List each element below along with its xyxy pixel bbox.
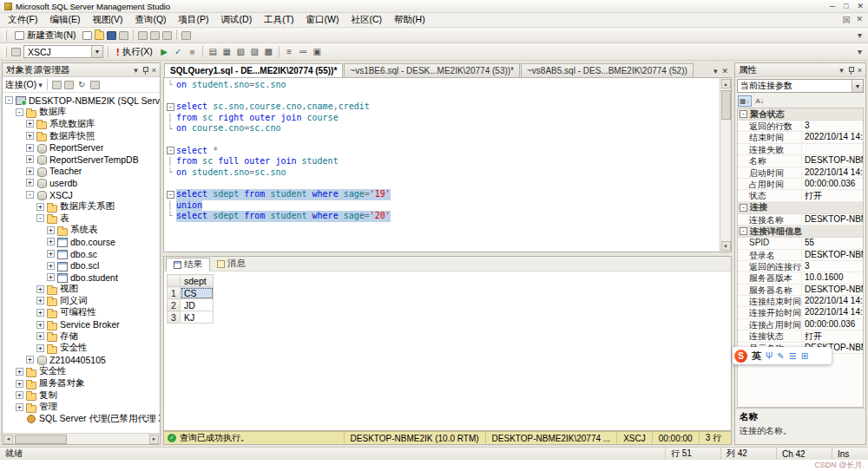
outline-margin-glyph[interactable]: │: [164, 156, 176, 167]
expand-icon[interactable]: +: [47, 238, 55, 245]
tree-item[interactable]: +存储: [3, 330, 160, 343]
maximize-icon[interactable]: □: [844, 2, 848, 10]
code-text[interactable]: from sc full outer join student: [176, 156, 339, 167]
object-explorer-header[interactable]: 对象资源管理器 ▾ ×: [3, 63, 160, 77]
expand-icon[interactable]: +: [26, 179, 34, 186]
row-header[interactable]: 1: [168, 287, 181, 299]
editor-scrollbar[interactable]: ▲ ▼: [720, 78, 731, 252]
property-row[interactable]: 连接名称DESKTOP-NBME2I: [738, 214, 863, 226]
menu-item[interactable]: 视图(V): [86, 13, 128, 27]
expand-icon[interactable]: +: [47, 226, 55, 234]
expand-icon[interactable]: +: [47, 273, 55, 281]
table-row[interactable]: 3KJ: [168, 311, 214, 324]
scrollbar-thumb[interactable]: [15, 435, 67, 444]
sql-editor[interactable]: └on student.sno=sc.sno-select sc.sno,cou…: [163, 77, 732, 252]
ime-toolbar[interactable]: S 英 Ψ ✎ ☰ ⊞: [733, 347, 832, 364]
menu-item[interactable]: 项目(P): [173, 13, 215, 27]
row-header[interactable]: 2: [168, 299, 181, 311]
toolbar-grip[interactable]: [4, 47, 7, 57]
toolbar-grip[interactable]: [4, 30, 7, 41]
alphabetical-button[interactable]: A↓: [753, 95, 766, 107]
code-text[interactable]: on student.sno=sc.sno: [176, 80, 286, 91]
tree-item[interactable]: +可编程性: [3, 307, 160, 319]
chevron-down-icon[interactable]: ▾: [839, 66, 844, 75]
tab-results[interactable]: 结果: [166, 258, 210, 271]
menu-item[interactable]: 文件(F): [2, 13, 43, 27]
results-to-file-icon[interactable]: ▧: [235, 47, 247, 56]
scroll-down-icon[interactable]: ▼: [721, 241, 731, 251]
collapse-icon[interactable]: -: [740, 227, 747, 235]
chevron-down-icon[interactable]: ▼: [852, 80, 863, 92]
connection-params-dropdown[interactable]: 当前连接参数 ▼: [737, 79, 864, 93]
tree-item[interactable]: +同义词: [3, 295, 160, 307]
save-icon[interactable]: [107, 31, 116, 40]
expand-icon[interactable]: +: [36, 332, 44, 340]
expand-icon[interactable]: +: [47, 250, 55, 258]
menu-item[interactable]: 编辑(E): [43, 13, 86, 27]
code-text[interactable]: on course.cno=sc.cno: [176, 123, 280, 134]
collapse-icon[interactable]: -: [36, 214, 44, 222]
close-icon[interactable]: ×: [858, 66, 862, 75]
tree-item[interactable]: +数据库关系图: [3, 200, 160, 213]
outline-margin-glyph[interactable]: └: [164, 124, 176, 134]
expand-icon[interactable]: +: [26, 120, 34, 128]
tree-item[interactable]: +ReportServerTempDB: [3, 154, 160, 166]
comment-icon[interactable]: ▨: [249, 47, 260, 56]
chevron-down-icon[interactable]: ▼: [91, 46, 102, 57]
grid-cell[interactable]: JD: [181, 299, 214, 311]
property-row[interactable]: 返回的连接行数3: [738, 261, 863, 272]
scroll-up-icon[interactable]: ▲: [721, 79, 731, 88]
expand-icon[interactable]: +: [26, 167, 34, 175]
tree-item[interactable]: +Z2104405105: [3, 354, 160, 366]
tree-item[interactable]: -数据库: [3, 107, 160, 119]
results-to-grid-icon[interactable]: ▦: [221, 47, 233, 56]
tree-item[interactable]: +dbo.scl: [3, 259, 160, 271]
scroll-left-icon[interactable]: ◂: [3, 435, 13, 444]
print-icon[interactable]: [150, 31, 160, 40]
property-category[interactable]: -连接详细信息: [738, 226, 863, 238]
chevron-down-icon[interactable]: ▾: [134, 66, 138, 75]
tree-item[interactable]: +Teacher: [3, 166, 160, 178]
outline-margin-glyph[interactable]: └: [164, 211, 176, 221]
tree-item[interactable]: +系统表: [3, 225, 160, 237]
keyboard-icon[interactable]: ☰: [789, 351, 797, 361]
property-row[interactable]: 服务器版本10.0.1600: [738, 272, 863, 284]
tree-item[interactable]: SQL Server 代理(已禁用代理 XP): [3, 413, 160, 425]
outline-margin-glyph[interactable]: -: [167, 147, 174, 154]
close-icon[interactable]: ×: [152, 66, 156, 75]
menu-item[interactable]: 社区(C): [345, 13, 389, 27]
close-child-icon[interactable]: ✕: [856, 15, 863, 26]
expand-icon[interactable]: +: [26, 356, 34, 363]
code-text[interactable]: union: [176, 200, 202, 212]
expand-icon[interactable]: +: [16, 380, 23, 388]
expand-icon[interactable]: +: [16, 391, 23, 399]
property-row[interactable]: 结束时间2022/10/14 14:55:3: [738, 132, 863, 143]
code-text[interactable]: select sdept from student where sage='20…: [176, 211, 391, 222]
expand-icon[interactable]: +: [36, 297, 44, 304]
menu-item[interactable]: 调试(D): [215, 13, 259, 27]
property-row[interactable]: 启动时间2022/10/14 14:55:3: [738, 167, 863, 179]
grid-cell[interactable]: CS: [181, 287, 214, 299]
collapse-icon[interactable]: -: [5, 96, 13, 104]
outline-margin-glyph[interactable]: └: [164, 80, 176, 90]
expand-icon[interactable]: +: [36, 309, 44, 317]
property-row[interactable]: 连接失败: [738, 144, 863, 155]
tree-item[interactable]: +dbo.student: [3, 271, 160, 284]
horizontal-scrollbar[interactable]: ◂ ▸: [3, 433, 160, 444]
expand-icon[interactable]: +: [26, 155, 34, 163]
sogou-logo-icon[interactable]: S: [734, 350, 747, 363]
code-text[interactable]: select sdept from student where sage='19…: [176, 189, 391, 200]
scrollbar-thumb[interactable]: [721, 90, 731, 120]
grid-corner-cell[interactable]: [168, 275, 181, 287]
collapse-icon[interactable]: -: [16, 108, 23, 116]
document-tab[interactable]: ~vs8AB5.sql - DES...BME2IK\20774 (52)): [521, 63, 694, 77]
expand-icon[interactable]: +: [26, 144, 34, 152]
table-row[interactable]: 1CS: [168, 287, 214, 299]
tree-item[interactable]: +userdb: [3, 177, 160, 189]
categorized-button[interactable]: ▦↓: [738, 95, 752, 107]
expand-icon[interactable]: +: [26, 132, 34, 140]
menu-item[interactable]: 帮助(H): [388, 13, 431, 27]
property-category[interactable]: -连接: [738, 202, 863, 214]
property-row[interactable]: 连接状态打开: [738, 330, 863, 342]
activity-monitor-icon[interactable]: [138, 31, 148, 40]
